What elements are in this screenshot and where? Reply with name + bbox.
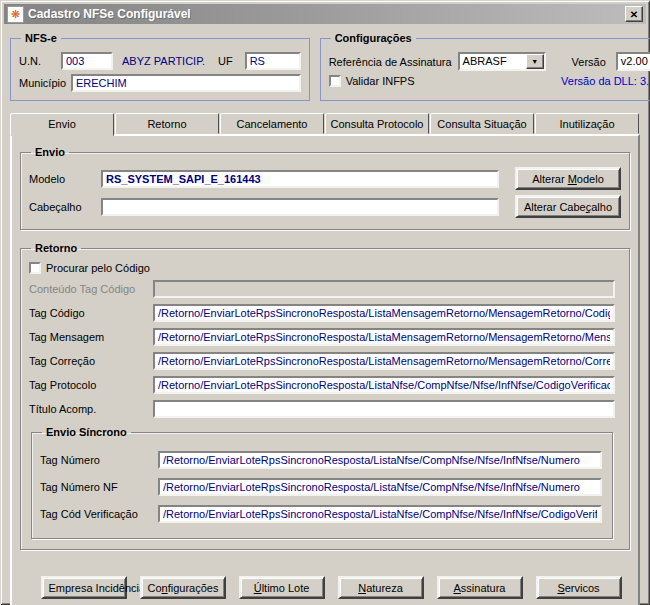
versao-value: v2.00 [618, 54, 650, 69]
tag-codigo-field[interactable] [153, 304, 615, 322]
ref-assinatura-value: ABRASF [460, 54, 526, 69]
app-icon: ❋ [7, 6, 24, 23]
chevron-down-icon[interactable]: ▼ [526, 54, 544, 69]
ultimo-lote-button[interactable]: Último Lote [239, 576, 325, 599]
versao-label: Versão [572, 56, 606, 68]
company-label: ABYZ PARTICIP. [122, 55, 218, 67]
cabecalho-label: Cabeçalho [29, 201, 101, 213]
conteudo-tag-codigo-field [153, 280, 615, 298]
group-envio-title: Envio [31, 146, 69, 158]
title-bar[interactable]: ❋ Cadastro NFSe Configurável ✕ [4, 4, 646, 24]
empresa-incidencia-button[interactable]: Empresa Incidência [41, 576, 127, 599]
action-button-row: Empresa Incidência Configurações Último … [50, 576, 612, 599]
assinatura-button[interactable]: Assinatura [437, 576, 523, 599]
tag-mensagem-label: Tag Mensagem [29, 331, 153, 343]
servicos-button[interactable]: Servicos [536, 576, 622, 599]
procurar-pelo-codigo-label: Procurar pelo Código [46, 262, 150, 274]
modelo-label: Modelo [29, 173, 101, 185]
cabecalho-field[interactable] [101, 198, 499, 216]
tag-numero-field[interactable] [158, 451, 602, 469]
modelo-field[interactable] [101, 170, 499, 188]
dialog-window: ❋ Cadastro NFSe Configurável ✕ NFS-e U.N… [0, 0, 650, 605]
versao-select[interactable]: v2.00 ▼ [616, 52, 650, 71]
checkbox-box[interactable] [29, 262, 41, 274]
un-field[interactable] [61, 52, 113, 70]
tag-codigo-label: Tag Código [29, 307, 153, 319]
ref-assinatura-label: Referência de Assinatura [329, 56, 452, 68]
group-envio-sincrono-title: Envio Síncrono [42, 426, 131, 438]
titulo-acomp-field[interactable] [153, 400, 615, 418]
close-button[interactable]: ✕ [625, 6, 643, 22]
tab-cancelamento[interactable]: Cancelamento [220, 113, 324, 134]
municipio-label: Município [19, 77, 71, 89]
procurar-pelo-codigo-checkbox[interactable]: Procurar pelo Código [29, 262, 150, 274]
group-configuracoes-title: Configurações [331, 32, 416, 44]
tag-numero-label: Tag Número [40, 454, 158, 466]
tab-panel-envio: Envio Modelo Alterar Modelo Cabeçalho Al… [10, 134, 640, 605]
group-configuracoes: Configurações Referência de Assinatura A… [320, 32, 650, 101]
group-nfse: NFS-e U.N. ABYZ PARTICIP. UF Município [10, 32, 310, 101]
un-label: U.N. [19, 55, 61, 67]
tag-protocolo-label: Tag Protocolo [29, 379, 153, 391]
natureza-button[interactable]: Natureza [338, 576, 424, 599]
configuracoes-button[interactable]: Configurações [140, 576, 226, 599]
tab-inutilizacao[interactable]: Inutilização [535, 113, 639, 134]
uf-field[interactable] [245, 52, 301, 70]
tag-protocolo-field[interactable] [153, 376, 615, 394]
tab-consulta-protocolo[interactable]: Consulta Protocolo [325, 113, 429, 134]
ref-assinatura-select[interactable]: ABRASF ▼ [458, 52, 546, 71]
close-icon: ✕ [630, 9, 638, 20]
dll-version-label: Versão da DLL: 3.3.0.306 [561, 75, 650, 87]
tag-numero-nf-field[interactable] [158, 478, 602, 496]
tab-consulta-situacao[interactable]: Consulta Situação [430, 113, 534, 134]
tag-cod-verificacao-label: Tag Cód Verificação [40, 508, 158, 520]
titulo-acomp-label: Título Acomp. [29, 403, 153, 415]
group-envio: Envio Modelo Alterar Modelo Cabeçalho Al… [20, 146, 630, 230]
uf-label: UF [218, 55, 233, 67]
validar-infps-checkbox[interactable]: Validar INFPS [329, 75, 415, 87]
tab-retorno[interactable]: Retorno [115, 113, 219, 134]
tab-strip: Envio Retorno Cancelamento Consulta Prot… [10, 113, 640, 134]
tag-cod-verificacao-field[interactable] [158, 505, 602, 523]
group-envio-sincrono: Envio Síncrono Tag Número Tag Número NF … [31, 426, 613, 539]
alterar-cabecalho-button[interactable]: Alterar Cabeçalho [515, 195, 621, 218]
conteudo-tag-codigo-label: Conteúdo Tag Código [29, 283, 153, 295]
validar-infps-label: Validar INFPS [346, 75, 415, 87]
tag-numero-nf-label: Tag Número NF [40, 481, 158, 493]
group-retorno-title: Retorno [31, 242, 81, 254]
tag-correcao-field[interactable] [153, 352, 615, 370]
window-title: Cadastro NFSe Configurável [28, 7, 625, 21]
alterar-modelo-button[interactable]: Alterar Modelo [515, 167, 621, 190]
tab-envio[interactable]: Envio [10, 113, 114, 136]
checkbox-box[interactable] [329, 75, 341, 87]
group-retorno: Retorno Procurar pelo Código Conteúdo Ta… [20, 242, 630, 550]
municipio-field[interactable] [71, 74, 301, 92]
tag-mensagem-field[interactable] [153, 328, 615, 346]
tag-correcao-label: Tag Correção [29, 355, 153, 367]
group-nfse-title: NFS-e [21, 32, 61, 44]
